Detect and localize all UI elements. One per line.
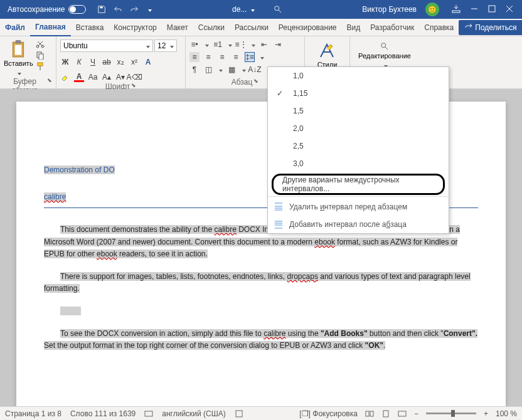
- multilevel-icon[interactable]: ≡⋮: [236, 39, 246, 50]
- subscript-button[interactable]: x₂: [115, 57, 125, 67]
- align-center-icon[interactable]: ≡: [203, 52, 213, 62]
- tab-view[interactable]: Вид: [342, 19, 366, 36]
- undo-icon[interactable]: [114, 5, 122, 14]
- ribbon-options-icon[interactable]: [452, 4, 461, 15]
- svg-rect-14: [236, 411, 242, 417]
- minimize-icon[interactable]: [471, 5, 478, 14]
- svg-rect-3: [489, 6, 495, 12]
- highlighted-option: Другие варианты междустрочных интервалов…: [272, 174, 445, 195]
- spacing-other[interactable]: Другие варианты междустрочных интервалов…: [274, 176, 443, 193]
- increase-indent-icon[interactable]: ⇥: [273, 39, 283, 50]
- web-layout-icon[interactable]: [398, 409, 407, 418]
- strike-button[interactable]: ab: [102, 57, 112, 67]
- spacing-3-0[interactable]: 3,0: [268, 155, 449, 172]
- autosave-toggle[interactable]: Автосохранение: [3, 5, 91, 14]
- focus-mode-button[interactable]: [❐] Фокусировка: [299, 409, 358, 418]
- svg-rect-16: [370, 411, 373, 416]
- spacing-1-15[interactable]: 1,15: [268, 85, 449, 102]
- print-layout-icon[interactable]: [381, 409, 390, 418]
- svg-rect-15: [366, 411, 369, 416]
- copy-icon[interactable]: [36, 51, 45, 60]
- paragraph-spacer: [44, 305, 478, 317]
- svg-point-12: [381, 43, 386, 48]
- superscript-button[interactable]: x²: [129, 57, 139, 67]
- search-icon[interactable]: [274, 5, 282, 14]
- zoom-slider[interactable]: [426, 412, 476, 414]
- show-marks-icon[interactable]: ¶: [189, 65, 200, 75]
- autosave-label: Автосохранение: [8, 5, 65, 14]
- tab-home[interactable]: Главная: [30, 19, 71, 36]
- read-mode-icon[interactable]: [365, 409, 374, 418]
- spacing-1-0[interactable]: 1,0: [268, 67, 449, 85]
- page-count[interactable]: Страница 1 из 8: [5, 409, 61, 418]
- font-color-icon[interactable]: А: [74, 72, 84, 82]
- remove-space-before[interactable]: Удалить интервал перед абзацем: [268, 198, 449, 216]
- group-font: Ubuntu 12 Ж К Ч ab x₂ x² A А Aa A▴ A▾ A⌫…: [56, 36, 186, 88]
- redo-icon[interactable]: [130, 5, 139, 14]
- bullets-icon[interactable]: ≡•: [189, 39, 200, 50]
- italic-button[interactable]: К: [74, 57, 84, 67]
- zoom-out-button[interactable]: −: [414, 409, 418, 418]
- clear-format-icon[interactable]: A⌫: [129, 72, 139, 82]
- font-name-select[interactable]: Ubuntu: [60, 39, 153, 52]
- tab-file[interactable]: Файл: [0, 19, 30, 36]
- decrease-indent-icon[interactable]: ⇤: [259, 39, 269, 50]
- accessibility-icon[interactable]: [235, 409, 243, 418]
- svg-rect-2: [452, 11, 460, 13]
- underline-button[interactable]: Ч: [88, 57, 98, 67]
- text-effects-icon[interactable]: A: [143, 57, 153, 67]
- spacing-1-5[interactable]: 1,5: [268, 102, 449, 120]
- zoom-in-button[interactable]: +: [484, 409, 488, 418]
- user-area[interactable]: Виктор Бухтеев 🙂: [356, 3, 445, 16]
- tab-mailings[interactable]: Рассылки: [230, 19, 274, 36]
- spacing-2-5[interactable]: 2,5: [268, 137, 449, 155]
- tab-layout[interactable]: Макет: [162, 19, 193, 36]
- quick-access-toolbar: [91, 5, 158, 14]
- paste-button[interactable]: Вставить: [4, 39, 33, 77]
- language[interactable]: английский (США): [162, 409, 225, 418]
- launcher-icon[interactable]: ⬊: [253, 78, 258, 87]
- tab-developer[interactable]: Разработчик: [365, 19, 419, 36]
- close-icon[interactable]: [506, 5, 513, 14]
- share-button[interactable]: Поделиться: [459, 20, 522, 35]
- borders-icon[interactable]: ▦: [226, 65, 237, 75]
- sort-icon[interactable]: A↓Z: [250, 65, 260, 75]
- qat-more-icon[interactable]: [146, 5, 152, 14]
- save-icon[interactable]: [97, 5, 106, 14]
- spellcheck-icon[interactable]: [144, 409, 153, 418]
- tab-design[interactable]: Конструктор: [109, 19, 161, 36]
- svg-rect-5: [16, 40, 21, 43]
- cut-icon[interactable]: [36, 39, 45, 48]
- grow-font-button[interactable]: A▴: [102, 72, 112, 82]
- share-icon: [465, 23, 472, 32]
- format-painter-icon[interactable]: [36, 62, 45, 71]
- tab-review[interactable]: Рецензирование: [274, 19, 342, 36]
- align-right-icon[interactable]: ≡: [217, 52, 227, 62]
- tab-help[interactable]: Справка: [419, 19, 459, 36]
- tab-insert[interactable]: Вставка: [71, 19, 109, 36]
- highlight-icon[interactable]: [60, 72, 70, 82]
- add-space-after[interactable]: Добавить интервал после абзаца: [268, 216, 449, 233]
- paragraph-label: Абзац: [232, 78, 253, 87]
- paragraph-2: There is support for images, tables, lis…: [44, 270, 478, 295]
- bold-button[interactable]: Ж: [60, 57, 70, 67]
- align-left-icon[interactable]: ≡: [189, 52, 200, 62]
- font-size-select[interactable]: 12: [154, 39, 177, 52]
- avatar-icon: 🙂: [425, 3, 439, 16]
- justify-icon[interactable]: ≡: [231, 52, 241, 62]
- maximize-icon[interactable]: [488, 5, 496, 14]
- title-bar: Автосохранение de... Виктор Бухтеев 🙂: [0, 0, 522, 19]
- change-case-button[interactable]: Aa: [88, 72, 98, 82]
- add-after-icon: [274, 220, 283, 229]
- shrink-font-button[interactable]: A▾: [115, 72, 125, 82]
- svg-point-1: [274, 6, 279, 11]
- separator: [268, 196, 449, 197]
- tab-references[interactable]: Ссылки: [193, 19, 230, 36]
- numbering-icon[interactable]: ≡1: [213, 39, 223, 50]
- svg-rect-10: [39, 54, 43, 60]
- spacing-2-0[interactable]: 2,0: [268, 120, 449, 137]
- zoom-level[interactable]: 100 %: [496, 409, 517, 418]
- shading-icon[interactable]: ◫: [203, 65, 213, 75]
- word-count[interactable]: Слово 111 из 1639: [70, 409, 136, 418]
- line-spacing-button[interactable]: ‡≡: [245, 52, 255, 62]
